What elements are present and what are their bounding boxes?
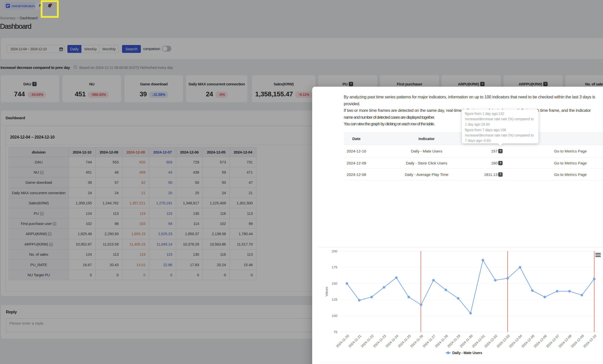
svg-text:2024-12-01: 2024-12-01 bbox=[471, 334, 486, 349]
svg-text:Values: Values bbox=[325, 286, 328, 296]
svg-text:2024-11-29: 2024-11-29 bbox=[446, 334, 461, 348]
svg-text:2024-11-24: 2024-11-24 bbox=[385, 334, 399, 348]
svg-text:150: 150 bbox=[331, 282, 337, 285]
svg-text:2024-11-28: 2024-11-28 bbox=[434, 334, 449, 348]
svg-text:2024-11-27: 2024-11-27 bbox=[422, 334, 436, 348]
svg-text:2024-11-20: 2024-11-20 bbox=[335, 334, 350, 348]
svg-text:75: 75 bbox=[334, 330, 337, 334]
svg-text:2024-11-21: 2024-11-21 bbox=[348, 334, 362, 348]
svg-text:2024-12-08: 2024-12-08 bbox=[558, 334, 572, 349]
svg-text:2024-12-05: 2024-12-05 bbox=[521, 334, 535, 349]
svg-text:125: 125 bbox=[331, 298, 337, 301]
svg-text:200: 200 bbox=[331, 249, 337, 253]
svg-text:2024-11-23: 2024-11-23 bbox=[372, 334, 387, 348]
svg-text:2024-11-25: 2024-11-25 bbox=[397, 334, 412, 348]
svg-text:2024-12-04: 2024-12-04 bbox=[508, 334, 523, 349]
svg-text:100: 100 bbox=[331, 314, 337, 318]
svg-text:2024-12-10: 2024-12-10 bbox=[582, 334, 597, 349]
svg-text:2024-11-22: 2024-11-22 bbox=[360, 334, 374, 348]
svg-text:2024-12-07: 2024-12-07 bbox=[545, 334, 560, 349]
svg-text:2024-12-09: 2024-12-09 bbox=[570, 334, 585, 349]
svg-text:2024-11-26: 2024-11-26 bbox=[410, 334, 424, 348]
svg-text:Daily - Mate Users: Daily - Mate Users bbox=[452, 351, 482, 355]
svg-text:2024-12-06: 2024-12-06 bbox=[533, 334, 548, 349]
svg-text:2024-12-03: 2024-12-03 bbox=[496, 334, 510, 349]
svg-text:2024-12-02: 2024-12-02 bbox=[484, 334, 498, 349]
svg-text:175: 175 bbox=[331, 265, 337, 269]
